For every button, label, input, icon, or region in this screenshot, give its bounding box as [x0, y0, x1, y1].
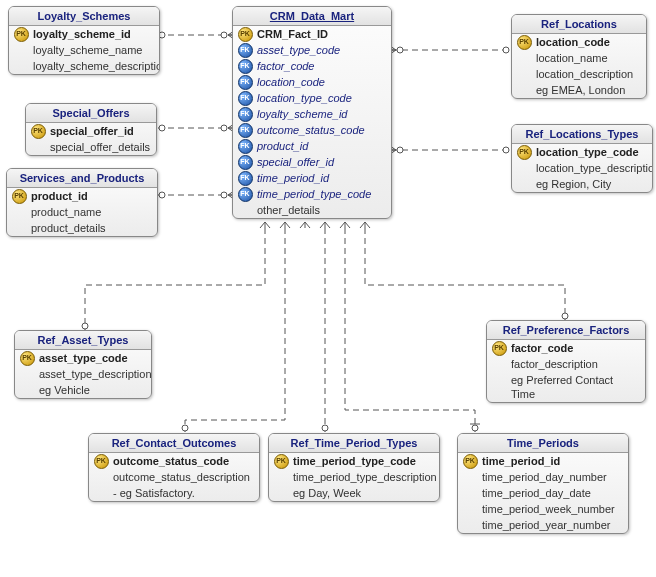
entity-title: Ref_Contact_Outcomes: [89, 434, 259, 453]
key-empty: [516, 51, 532, 65]
entity-ref-time-period-types: Ref_Time_Period_Types PKtime_period_type…: [268, 433, 440, 502]
field-name: loyalty_scheme_description: [33, 59, 160, 73]
entity-loyalty-schemes: Loyalty_Schemes PKloyalty_scheme_idloyal…: [8, 6, 160, 75]
field-row: loyalty_scheme_name: [9, 42, 159, 58]
field-row: PKlocation_type_code: [512, 144, 652, 160]
field-row: eg EMEA, London: [512, 82, 646, 98]
entity-special-offers: Special_Offers PKspecial_offer_idspecial…: [25, 103, 157, 156]
field-name: eg Day, Week: [293, 486, 361, 500]
pk-icon: PK: [273, 454, 289, 468]
pk-icon: PK: [13, 27, 29, 41]
svg-point-13: [503, 147, 509, 153]
field-name: special_offer_id: [257, 155, 334, 169]
key-empty: [11, 221, 27, 235]
svg-point-17: [322, 425, 328, 431]
field-row: PKproduct_id: [7, 188, 157, 204]
field-row: PKloyalty_scheme_id: [9, 26, 159, 42]
field-name: location_description: [536, 67, 633, 81]
field-name: product_details: [31, 221, 106, 235]
field-name: outcome_status_code: [257, 123, 365, 137]
field-row: location_description: [512, 66, 646, 82]
entity-body: PKlocation_codelocation_namelocation_des…: [512, 34, 646, 98]
key-empty: [273, 486, 289, 500]
svg-point-4: [159, 125, 165, 131]
field-name: outcome_status_description: [113, 470, 250, 484]
field-row: loyalty_scheme_description: [9, 58, 159, 74]
field-name: other_details: [257, 203, 320, 217]
key-empty: [13, 43, 29, 57]
entity-body: PKfactor_codefactor_descriptioneg Prefer…: [487, 340, 645, 402]
fk-icon: FK: [237, 123, 253, 137]
entity-body: PKtime_period_idtime_period_day_numberti…: [458, 453, 628, 533]
entity-time-periods: Time_Periods PKtime_period_idtime_period…: [457, 433, 629, 534]
field-row: time_period_year_number: [458, 517, 628, 533]
field-name: time_period_week_number: [482, 502, 615, 516]
svg-point-20: [562, 313, 568, 319]
field-row: PKtime_period_id: [458, 453, 628, 469]
entity-body: PKtime_period_type_codetime_period_type_…: [269, 453, 439, 501]
field-row: eg Preferred Contact Time: [487, 372, 645, 402]
svg-point-18: [472, 425, 478, 431]
field-name: product_id: [31, 189, 88, 203]
field-name: time_period_type_code: [257, 187, 371, 201]
entity-body: PKoutcome_status_codeoutcome_status_desc…: [89, 453, 259, 501]
field-name: location_type_code: [536, 145, 639, 159]
entity-title-link[interactable]: CRM_Data_Mart: [270, 10, 354, 22]
fk-icon: FK: [237, 139, 253, 153]
field-name: time_period_type_description: [293, 470, 437, 484]
field-row: outcome_status_description: [89, 469, 259, 485]
entity-services-and-products: Services_and_Products PKproduct_idproduc…: [6, 168, 158, 237]
entity-title: Ref_Preference_Factors: [487, 321, 645, 340]
key-empty: [462, 470, 478, 484]
entity-title: Special_Offers: [26, 104, 156, 123]
field-name: outcome_status_code: [113, 454, 229, 468]
field-name: special_offer_details: [50, 140, 150, 154]
field-name: location_type_code: [257, 91, 352, 105]
field-row: eg Vehicle: [15, 382, 151, 398]
entity-title: Ref_Time_Period_Types: [269, 434, 439, 453]
key-empty: [11, 205, 27, 219]
entity-body: PKlocation_type_codelocation_type_descri…: [512, 144, 652, 192]
svg-point-14: [397, 147, 403, 153]
key-empty: [516, 161, 532, 175]
key-empty: [516, 67, 532, 81]
field-name: asset_type_description: [39, 367, 152, 381]
svg-point-2: [221, 32, 227, 38]
entity-title: CRM_Data_Mart: [233, 7, 391, 26]
field-row: time_period_day_number: [458, 469, 628, 485]
field-row: FKfactor_code: [233, 58, 391, 74]
field-row: time_period_week_number: [458, 501, 628, 517]
field-name: loyalty_scheme_name: [33, 43, 142, 57]
svg-point-15: [82, 323, 88, 329]
pk-icon: PK: [462, 454, 478, 468]
entity-body: PKasset_type_codeasset_type_descriptione…: [15, 350, 151, 398]
entity-title: Ref_Locations: [512, 15, 646, 34]
field-name: eg Region, City: [536, 177, 611, 191]
field-row: time_period_type_description: [269, 469, 439, 485]
pk-icon: PK: [93, 454, 109, 468]
field-name: location_name: [536, 51, 608, 65]
field-row: time_period_day_date: [458, 485, 628, 501]
pk-icon: PK: [11, 189, 27, 203]
field-name: time_period_day_date: [482, 486, 591, 500]
entity-title: Ref_Locations_Types: [512, 125, 652, 144]
fk-icon: FK: [237, 59, 253, 73]
field-name: - eg Satisfactory.: [113, 486, 195, 500]
field-row: PKfactor_code: [487, 340, 645, 356]
entity-title: Time_Periods: [458, 434, 628, 453]
fk-icon: FK: [237, 171, 253, 185]
field-row: location_name: [512, 50, 646, 66]
key-empty: [491, 357, 507, 371]
key-empty: [13, 59, 29, 73]
key-empty: [237, 203, 253, 217]
fk-icon: FK: [237, 155, 253, 169]
field-name: loyalty_scheme_id: [257, 107, 348, 121]
field-name: special_offer_id: [50, 124, 134, 138]
key-empty: [516, 83, 532, 97]
entity-ref-contact-outcomes: Ref_Contact_Outcomes PKoutcome_status_co…: [88, 433, 260, 502]
key-empty: [462, 502, 478, 516]
entity-crm-data-mart: CRM_Data_Mart PKCRM_Fact_IDFKasset_type_…: [232, 6, 392, 219]
entity-body: PKloyalty_scheme_idloyalty_scheme_namelo…: [9, 26, 159, 74]
field-name: location_code: [257, 75, 325, 89]
field-row: FKlocation_code: [233, 74, 391, 90]
